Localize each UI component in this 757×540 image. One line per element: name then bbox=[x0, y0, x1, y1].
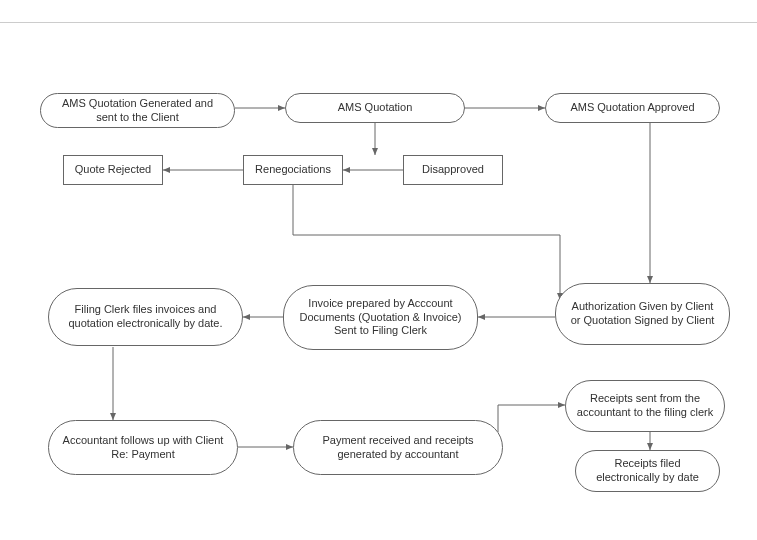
node-invoice-prepared: Invoice prepared by Acccount Documents (… bbox=[283, 285, 478, 350]
node-authorization: Authorization Given by Client or Quotati… bbox=[555, 283, 730, 345]
node-receipts-sent: Receipts sent from the accountant to the… bbox=[565, 380, 725, 432]
node-accountant-follows-up: Accountant follows up with Client Re: Pa… bbox=[48, 420, 238, 475]
node-quote-rejected: Quote Rejected bbox=[63, 155, 163, 185]
node-ams-quotation: AMS Quotation bbox=[285, 93, 465, 123]
node-receipts-filed: Receipts filed electronically by date bbox=[575, 450, 720, 492]
nodes-layer: AMS Quotation Generated and sent to the … bbox=[0, 0, 757, 540]
node-ams-quotation-approved: AMS Quotation Approved bbox=[545, 93, 720, 123]
node-disapproved: Disapproved bbox=[403, 155, 503, 185]
node-ams-quotation-generated: AMS Quotation Generated and sent to the … bbox=[40, 93, 235, 128]
node-payment-received: Payment received and receipts generated … bbox=[293, 420, 503, 475]
diagram-page: AMS Quotation Generated and sent to the … bbox=[0, 0, 757, 540]
node-renegociations: Renegociations bbox=[243, 155, 343, 185]
node-filing-clerk-files: Filing Clerk files invoices and quotatio… bbox=[48, 288, 243, 346]
